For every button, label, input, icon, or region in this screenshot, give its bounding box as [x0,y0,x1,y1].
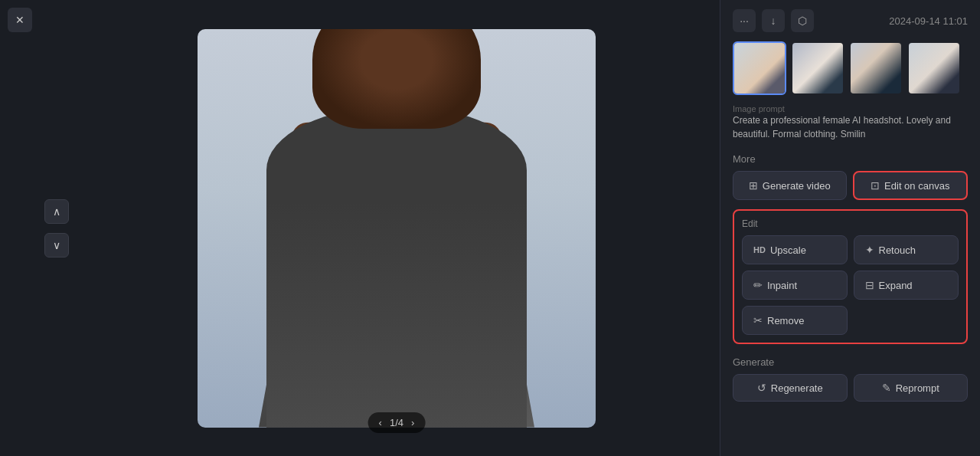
navigate-down-button[interactable]: ∨ [44,233,69,258]
remove-label: Remove [767,315,804,326]
more-buttons: ⊞ Generate video ⊡ Edit on canvas [733,171,968,200]
retouch-label: Retouch [879,244,916,256]
expand-icon: ⊟ [865,279,874,291]
remove-row: ✂ Remove [742,306,959,335]
main-image-area: ‹ 1/4 › [74,0,720,456]
panel-toolbar: ··· ↓ ⬡ 2024-09-14 11:01 [733,9,968,32]
edit-on-canvas-button[interactable]: ⊡ Edit on canvas [853,171,969,200]
generate-video-icon: ⊞ [749,179,758,192]
download-icon: ↓ [771,15,776,27]
close-area: ✕ [0,0,40,456]
thumbnail-2[interactable] [791,41,844,95]
inpaint-label: Inpaint [767,280,797,291]
thumbnail-3[interactable] [849,41,903,95]
generate-label: Generate [733,356,968,368]
next-image-button[interactable]: › [411,417,414,428]
more-icon: ··· [740,15,749,27]
edit-on-canvas-label: Edit on canvas [884,180,949,192]
reprompt-button[interactable]: ✎ Reprompt [854,374,969,402]
bookmark-icon: ⬡ [798,15,807,27]
portrait-background [198,29,596,428]
thumbnail-1[interactable] [733,41,786,95]
inpaint-icon: ✏ [753,279,763,291]
side-navigation: ∧ ∨ [40,0,74,456]
thumbnail-4-image [909,43,959,93]
reprompt-label: Reprompt [896,382,939,394]
generate-video-button[interactable]: ⊞ Generate video [733,171,847,200]
close-button[interactable]: ✕ [8,8,32,32]
image-navigation: ‹ 1/4 › [368,412,426,433]
thumbnail-2-image [792,43,843,93]
generate-section: Generate ↺ Regenerate ✎ Reprompt [733,353,968,402]
download-button[interactable]: ↓ [762,9,785,32]
upscale-icon: HD [753,245,766,254]
more-section: More ⊞ Generate video ⊡ Edit on canvas [733,150,968,200]
thumbnail-3-image [851,43,901,93]
regenerate-icon: ↺ [757,382,766,394]
navigate-up-button[interactable]: ∧ [44,199,69,224]
retouch-button[interactable]: ✦ Retouch [854,235,959,264]
thumbnail-1-image [734,43,785,93]
thumbnail-4[interactable] [907,41,961,95]
regenerate-label: Regenerate [771,382,823,394]
edit-canvas-icon: ⊡ [871,179,880,192]
prompt-label: Image prompt [733,104,968,113]
more-actions-row: ⊞ Generate video ⊡ Edit on canvas [733,171,968,200]
expand-button[interactable]: ⊟ Expand [854,271,959,300]
image-counter: 1/4 [390,417,403,428]
edit-section: Edit HD Upscale ✦ Retouch ✏ Inpaint ⊟ Ex… [733,209,968,344]
remove-icon: ✂ [753,314,763,326]
expand-label: Expand [879,280,913,291]
edit-buttons-grid: HD Upscale ✦ Retouch ✏ Inpaint ⊟ Expand [742,235,959,300]
portrait-body [266,106,527,428]
more-options-button[interactable]: ··· [733,9,756,32]
bookmark-button[interactable]: ⬡ [791,9,814,32]
edit-section-label: Edit [742,218,959,229]
prompt-section: Image prompt Create a professional femal… [733,104,968,141]
prompt-text: Create a professional female AI headshot… [733,113,968,141]
upscale-button[interactable]: HD Upscale [742,235,848,264]
main-image-container [198,29,596,428]
right-panel: ··· ↓ ⬡ 2024-09-14 11:01 Image prompt Cr… [720,0,980,456]
prev-image-button[interactable]: ‹ [379,417,382,428]
portrait-hair-top [312,29,481,129]
inpaint-button[interactable]: ✏ Inpaint [742,271,848,300]
retouch-icon: ✦ [865,244,874,256]
generate-video-label: Generate video [763,180,831,192]
upscale-label: Upscale [770,244,806,256]
timestamp: 2024-09-14 11:01 [889,15,968,27]
more-label: More [733,153,968,165]
remove-button[interactable]: ✂ Remove [742,306,848,335]
generate-buttons: ↺ Regenerate ✎ Reprompt [733,374,968,402]
portrait-figure [198,29,596,428]
regenerate-button[interactable]: ↺ Regenerate [733,374,848,402]
reprompt-icon: ✎ [882,382,891,394]
thumbnail-strip [733,41,968,95]
